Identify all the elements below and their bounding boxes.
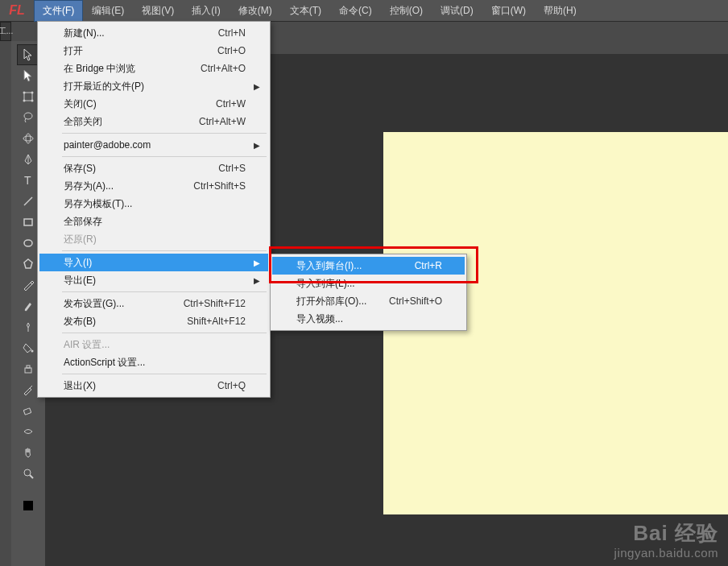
zoom-tool[interactable]	[17, 463, 39, 484]
svg-point-7	[26, 134, 31, 143]
menu-item: AIR 设置...	[39, 336, 268, 353]
menu-item[interactable]: 关闭(C)Ctrl+W	[39, 95, 268, 113]
menu-item: 还原(R)	[39, 230, 268, 248]
svg-point-18	[24, 469, 31, 476]
menu-item[interactable]: 全部保存	[39, 213, 268, 230]
menu-item[interactable]: painter@adobe.com▶	[39, 136, 268, 154]
svg-marker-13	[24, 259, 32, 268]
pen-tool[interactable]	[17, 149, 39, 170]
lasso-tool[interactable]	[17, 107, 39, 128]
eyedropper-tool[interactable]	[17, 379, 39, 400]
app-logo: FL	[0, 0, 34, 21]
paint-bucket-tool[interactable]	[17, 337, 39, 358]
selection-tool[interactable]	[17, 44, 39, 65]
menu-view[interactable]: 视图(V)	[133, 0, 183, 22]
svg-point-3	[23, 100, 26, 102]
menu-item[interactable]: 发布(B)Shift+Alt+F12	[39, 312, 268, 330]
ink-bottle-tool[interactable]	[17, 358, 39, 379]
submenu-item[interactable]: 打开外部库(O)...Ctrl+Shift+O	[272, 292, 465, 310]
svg-rect-0	[24, 93, 32, 101]
svg-point-14	[31, 350, 34, 353]
svg-rect-16	[27, 366, 30, 368]
menu-item[interactable]: 保存(S)Ctrl+S	[39, 159, 268, 177]
svg-point-2	[31, 92, 34, 94]
svg-point-4	[31, 100, 34, 102]
submenu-arrow-icon: ▶	[254, 82, 260, 91]
svg-point-5	[24, 113, 32, 119]
side-tab[interactable]: 工...	[0, 22, 11, 41]
menu-item[interactable]: 另存为(A)...Ctrl+Shift+S	[39, 177, 268, 195]
eraser-tool[interactable]	[17, 400, 39, 421]
file-dropdown: 新建(N)...Ctrl+N打开Ctrl+O在 Bridge 中浏览Ctrl+A…	[37, 21, 271, 398]
menu-item[interactable]: 另存为模板(T)...	[39, 195, 268, 213]
menu-item[interactable]: 打开最近的文件(P)▶	[39, 77, 268, 95]
polystar-tool[interactable]	[17, 254, 39, 275]
menu-item[interactable]: 新建(N)...Ctrl+N	[39, 24, 268, 42]
svg-rect-11	[24, 219, 32, 225]
menu-window[interactable]: 窗口(W)	[482, 0, 535, 22]
rectangle-tool[interactable]	[17, 212, 39, 233]
menu-item[interactable]: 发布设置(G)...Ctrl+Shift+F12	[39, 295, 268, 312]
svg-point-6	[23, 136, 33, 141]
svg-point-12	[24, 240, 32, 246]
deco-tool[interactable]	[17, 316, 39, 337]
submenu-item[interactable]: 导入到舞台(I)...Ctrl+R	[272, 257, 465, 275]
hand-tool[interactable]	[17, 442, 39, 463]
menu-debug[interactable]: 调试(D)	[432, 0, 482, 22]
submenu-arrow-icon: ▶	[254, 141, 260, 150]
text-tool[interactable]: T	[17, 170, 39, 191]
oval-tool[interactable]	[17, 233, 39, 254]
svg-text:T: T	[24, 174, 31, 187]
menu-control[interactable]: 控制(O)	[381, 0, 432, 22]
submenu-arrow-icon: ▶	[254, 276, 260, 285]
menu-file[interactable]: 文件(F)	[34, 0, 83, 22]
svg-line-19	[30, 475, 33, 478]
width-tool[interactable]	[17, 421, 39, 442]
menu-item[interactable]: 导出(E)▶	[39, 271, 268, 289]
free-transform-tool[interactable]	[17, 86, 39, 107]
menu-insert[interactable]: 插入(I)	[183, 0, 229, 22]
menu-item[interactable]: 全部关闭Ctrl+Alt+W	[39, 113, 268, 130]
menu-item[interactable]: 在 Bridge 中浏览Ctrl+Alt+O	[39, 60, 268, 77]
3d-rotate-tool[interactable]	[17, 128, 39, 149]
menu-modify[interactable]: 修改(M)	[230, 0, 281, 22]
import-submenu: 导入到舞台(I)...Ctrl+R导入到库(L)...打开外部库(O)...Ct…	[270, 254, 467, 331]
watermark: Bai 经验 jingyan.baidu.com	[614, 519, 718, 560]
svg-rect-15	[25, 368, 31, 373]
submenu-arrow-icon: ▶	[254, 258, 260, 267]
line-tool[interactable]	[17, 191, 39, 212]
subselection-tool[interactable]	[17, 65, 39, 86]
menu-edit[interactable]: 编辑(E)	[83, 0, 133, 22]
submenu-item[interactable]: 导入到库(L)...	[272, 275, 465, 292]
menu-help[interactable]: 帮助(H)	[535, 0, 585, 22]
menubar: 文件(F) 编辑(E) 视图(V) 插入(I) 修改(M) 文本(T) 命令(C…	[34, 0, 585, 21]
menu-text[interactable]: 文本(T)	[281, 0, 330, 22]
menu-item[interactable]: 导入(I)▶	[39, 254, 268, 271]
pencil-tool[interactable]	[17, 275, 39, 295]
svg-line-10	[24, 197, 32, 205]
menu-item[interactable]: ActionScript 设置...	[39, 353, 268, 371]
svg-rect-17	[23, 408, 31, 415]
svg-point-1	[23, 92, 26, 94]
menu-command[interactable]: 命令(C)	[330, 0, 381, 22]
menu-item[interactable]: 退出(X)Ctrl+Q	[39, 377, 268, 395]
menu-item[interactable]: 打开Ctrl+O	[39, 42, 268, 60]
submenu-item[interactable]: 导入视频...	[272, 310, 465, 328]
stroke-color-swatch[interactable]	[17, 495, 39, 516]
svg-rect-20	[23, 501, 33, 510]
brush-tool[interactable]	[17, 295, 39, 316]
